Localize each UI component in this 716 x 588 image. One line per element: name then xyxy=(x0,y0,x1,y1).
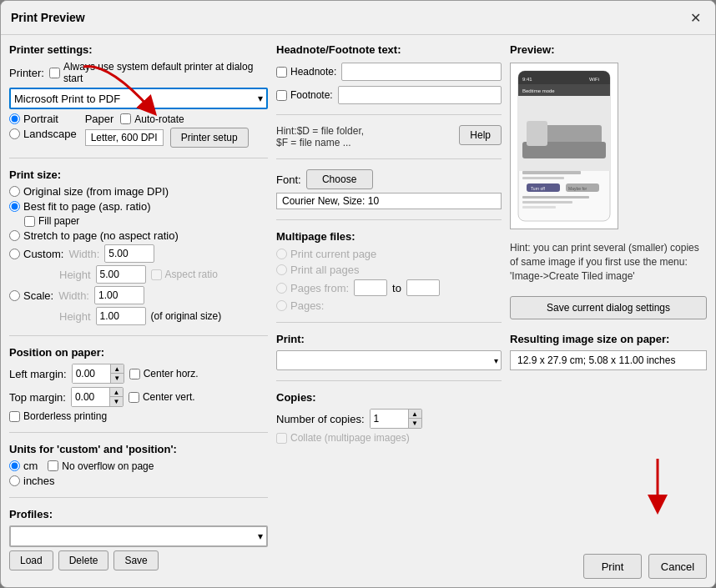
auto-rotate-checkbox[interactable] xyxy=(120,113,131,124)
custom-radio-label[interactable]: Custom: xyxy=(9,248,63,260)
portrait-radio[interactable] xyxy=(9,113,20,124)
left-margin-down[interactable]: ▼ xyxy=(110,374,124,383)
result-section: Resulting image size on paper: 12.9 x 27… xyxy=(510,333,707,370)
scale-width-input[interactable] xyxy=(94,286,144,304)
aspect-ratio-label[interactable]: Aspect ratio xyxy=(151,269,218,280)
stretch-radio-label[interactable]: Stretch to page (no aspect ratio) xyxy=(9,229,268,242)
load-button[interactable]: Load xyxy=(9,550,53,570)
pages-from-input[interactable] xyxy=(354,279,387,296)
stretch-radio[interactable] xyxy=(9,230,20,241)
custom-radio[interactable] xyxy=(9,249,20,259)
headnote-check-label[interactable]: Headnote: xyxy=(276,66,336,78)
copies-down[interactable]: ▼ xyxy=(408,419,421,428)
svg-text:WiFi: WiFi xyxy=(589,77,599,82)
headnote-checkbox[interactable] xyxy=(276,67,287,78)
svg-text:Turn off: Turn off xyxy=(531,186,546,191)
left-margin-up[interactable]: ▲ xyxy=(110,364,124,374)
best-fit-text: Best fit to page (asp. ratio) xyxy=(23,200,150,213)
landscape-label: Landscape xyxy=(23,128,77,140)
custom-width-input[interactable] xyxy=(104,244,154,263)
profiles-section: Profiles: Load Delete Save xyxy=(9,508,268,570)
headnote-input[interactable] xyxy=(341,63,502,81)
custom-height-input[interactable] xyxy=(96,265,146,284)
svg-rect-18 xyxy=(522,201,572,204)
portrait-radio-label[interactable]: Portrait xyxy=(9,113,77,125)
printer-setup-button[interactable]: Printer setup xyxy=(170,128,249,148)
cancel-button[interactable]: Cancel xyxy=(648,554,707,579)
center-vert-label[interactable]: Center vert. xyxy=(129,391,195,403)
right-panel: Preview: 9:41 WiFi Bedtime mode xyxy=(510,43,707,579)
always-default-checkbox[interactable] xyxy=(49,68,60,78)
center-vert-checkbox[interactable] xyxy=(129,392,139,403)
print-all-label[interactable]: Print all pages xyxy=(276,264,502,276)
help-button[interactable]: Help xyxy=(459,125,502,145)
copies-up[interactable]: ▲ xyxy=(408,410,421,419)
borderless-label[interactable]: Borderless printing xyxy=(9,410,268,422)
print-current-label[interactable]: Print current page xyxy=(276,248,502,260)
svg-text:9:41: 9:41 xyxy=(522,77,532,82)
print-all-radio[interactable] xyxy=(276,264,287,275)
print-size-section: Print size: Original size (from image DP… xyxy=(9,168,268,325)
pages-radio[interactable] xyxy=(276,300,287,311)
print-button[interactable]: Print xyxy=(583,554,642,579)
close-button[interactable]: ✕ xyxy=(685,8,705,28)
pages-radio-label[interactable]: Pages: xyxy=(276,299,502,312)
best-fit-radio[interactable] xyxy=(9,201,20,212)
footnote-check-label[interactable]: Footnote: xyxy=(276,89,333,101)
center-horz-label[interactable]: Center horz. xyxy=(129,368,199,379)
save-settings-button[interactable]: Save current dialog settings xyxy=(510,296,707,319)
borderless-checkbox[interactable] xyxy=(9,411,20,422)
top-margin-up[interactable]: ▲ xyxy=(109,388,123,397)
printer-select-wrapper[interactable]: Microsoft Print to PDF xyxy=(9,88,268,109)
inches-radio-label[interactable]: inches xyxy=(9,475,268,487)
center-horz-checkbox[interactable] xyxy=(129,369,140,379)
svg-rect-19 xyxy=(522,206,556,209)
profiles-select-wrapper[interactable] xyxy=(9,525,268,547)
custom-width-label: Width: xyxy=(68,248,99,260)
fill-paper-checkbox[interactable] xyxy=(24,216,35,227)
printer-select[interactable]: Microsoft Print to PDF xyxy=(9,88,268,109)
best-fit-radio-label[interactable]: Best fit to page (asp. ratio) xyxy=(9,200,268,213)
landscape-radio[interactable] xyxy=(9,128,20,139)
scale-height-row: Height (of original size) xyxy=(9,307,268,325)
print-dropdown-wrapper[interactable] xyxy=(276,350,502,370)
pages-from-radio[interactable] xyxy=(276,283,287,294)
print-dropdown-select[interactable] xyxy=(276,350,502,370)
footnote-checkbox[interactable] xyxy=(276,90,287,101)
auto-rotate-label[interactable]: Auto-rotate xyxy=(120,113,184,125)
pages-from-radio-label[interactable]: Pages from: xyxy=(276,282,349,294)
top-margin-down[interactable]: ▼ xyxy=(109,397,123,406)
landscape-radio-label[interactable]: Landscape xyxy=(9,128,77,140)
left-margin-input[interactable] xyxy=(73,364,110,383)
top-margin-spinner: ▲ ▼ xyxy=(71,387,124,407)
collate-label[interactable]: Collate (multipage images) xyxy=(276,432,502,444)
font-label: Font: xyxy=(276,173,301,186)
always-default-label[interactable]: Always use system default printer at dia… xyxy=(49,61,268,84)
top-margin-input[interactable] xyxy=(72,388,109,406)
delete-button[interactable]: Delete xyxy=(58,550,109,570)
save-profile-button[interactable]: Save xyxy=(113,550,158,570)
scale-radio[interactable] xyxy=(9,290,20,301)
collate-checkbox[interactable] xyxy=(276,433,287,444)
copies-input[interactable] xyxy=(371,410,408,428)
aspect-ratio-checkbox[interactable] xyxy=(151,269,162,280)
cm-radio-label[interactable]: cm xyxy=(9,460,38,472)
choose-font-button[interactable]: Choose xyxy=(306,169,373,189)
fill-paper-label[interactable]: Fill paper xyxy=(24,215,79,227)
profiles-select[interactable] xyxy=(9,525,268,547)
no-overflow-label[interactable]: No overflow on page xyxy=(48,460,154,472)
no-overflow-checkbox[interactable] xyxy=(48,460,58,471)
print-current-radio[interactable] xyxy=(276,249,287,259)
footnote-input[interactable] xyxy=(338,86,502,104)
headnote-check-text: Headnote: xyxy=(290,66,336,78)
copies-section: Copies: Number of copies: ▲ ▼ xyxy=(276,391,502,444)
inches-radio[interactable] xyxy=(9,475,20,486)
original-size-radio[interactable] xyxy=(9,186,20,197)
scale-radio-label[interactable]: Scale: xyxy=(9,289,53,302)
original-size-radio-label[interactable]: Original size (from image DPI) xyxy=(9,185,268,198)
cm-radio[interactable] xyxy=(9,460,20,471)
top-margin-row: Top margin: ▲ ▼ Center vert. xyxy=(9,387,268,407)
pages-to-input[interactable] xyxy=(406,279,440,296)
scale-height-input[interactable] xyxy=(96,307,146,325)
copies-label: Copies: xyxy=(276,391,502,404)
